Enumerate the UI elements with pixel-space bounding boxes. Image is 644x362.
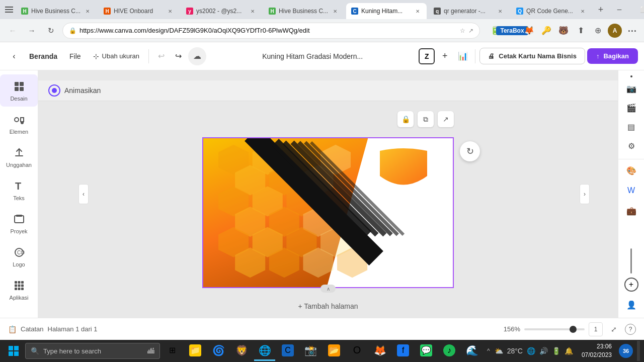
right-panel-dots	[630, 75, 632, 77]
browser-menu-icon[interactable]	[4, 5, 14, 15]
beranda-button[interactable]: Beranda	[24, 49, 62, 63]
ubah-ukuran-button[interactable]: ⊹ Ubah ukuran	[88, 49, 144, 63]
taskbar-app-explorer[interactable]: 📁	[185, 341, 206, 361]
fullscreen-button[interactable]: ⤢	[607, 322, 621, 336]
add-element-button[interactable]: +	[437, 48, 453, 64]
forward-button[interactable]: →	[24, 23, 39, 38]
maximize-button[interactable]: ⬜	[632, 2, 644, 18]
canva-home-arrow[interactable]: ‹	[6, 48, 22, 64]
taskbar-app-whatsapp[interactable]: 💬	[416, 341, 437, 361]
add-page-button[interactable]: + Tambah halaman	[202, 296, 454, 316]
tab-close-4[interactable]: ✕	[331, 7, 339, 15]
scroll-left-button[interactable]: ‹	[78, 184, 89, 204]
right-panel-photo-icon[interactable]: 📷	[622, 79, 640, 98]
system-clock[interactable]: 23:06 07/02/2023	[578, 342, 616, 359]
taskbar-app-canva[interactable]: C	[277, 341, 298, 361]
language-icon[interactable]: 36	[619, 344, 633, 358]
cloud-save-button[interactable]: ☁	[188, 47, 206, 65]
right-panel-settings-icon[interactable]: ⚙	[622, 137, 640, 155]
zoom-thumb[interactable]	[570, 326, 577, 333]
tab-close-5[interactable]: ✕	[414, 7, 422, 15]
refresh-button[interactable]: ↻	[43, 23, 58, 38]
sidebar-item-proyek[interactable]: Proyek	[0, 207, 38, 239]
extension-icon-2[interactable]: 🦊	[522, 24, 536, 38]
tab-close-7[interactable]: ✕	[579, 7, 587, 15]
tera-box-button[interactable]: TeraBox	[505, 24, 519, 38]
taskbar-app-facebook[interactable]: f	[392, 341, 414, 361]
sidebar-item-aplikasi[interactable]: Aplikasi	[0, 274, 38, 306]
extension-icon-3[interactable]: 🔑	[539, 24, 553, 38]
taskbar-app-opera[interactable]: O	[347, 341, 368, 361]
extension-icon-5[interactable]: ⬆	[574, 24, 588, 38]
right-panel-person-icon[interactable]: 👤	[622, 296, 640, 314]
tab-close-2[interactable]: ✕	[166, 7, 174, 15]
right-panel-word-icon[interactable]: W	[622, 182, 640, 200]
catatan-label[interactable]: Catatan	[21, 325, 44, 333]
cetak-button[interactable]: 🖨 Cetak Kartu Nama Bisnis	[479, 48, 585, 64]
export-canvas-button[interactable]: ↗	[438, 111, 454, 127]
taskbar-app-firefox[interactable]: 🦊	[370, 341, 391, 361]
right-panel-layout-icon[interactable]: ▤	[622, 118, 640, 136]
taskbar-app-files[interactable]: 📂	[324, 341, 345, 361]
help-button[interactable]: ?	[625, 324, 636, 335]
start-button[interactable]	[4, 341, 23, 361]
taskbar-app-chrome[interactable]: 🌐	[254, 341, 275, 361]
right-panel-palette-icon[interactable]: 🎨	[622, 161, 640, 179]
browser-tab-1[interactable]: H Hive Business C... ✕	[16, 3, 97, 19]
taskbar-app-brave[interactable]: 🦁	[231, 341, 252, 361]
browser-tab-7[interactable]: Q QR Code Gene... ✕	[511, 3, 592, 19]
duplicate-canvas-button[interactable]: ⧉	[418, 111, 434, 127]
scroll-down-indicator[interactable]: ∧	[320, 285, 336, 293]
minimize-button[interactable]: ─	[608, 2, 631, 18]
zoom-slider[interactable]	[524, 328, 585, 330]
system-tray-expand[interactable]: ^	[485, 347, 492, 354]
url-bar[interactable]: 🔒 https://www.canva.com/design/DAFZ59lG9…	[62, 23, 480, 39]
browser-menu[interactable]: ⋯	[625, 24, 639, 38]
redo-button[interactable]: ↪	[170, 48, 186, 64]
tray-volume-icon[interactable]: 🔊	[538, 347, 549, 355]
browser-tab-2[interactable]: H HIVE Onboard ✕	[99, 3, 179, 19]
extension-icon-4[interactable]: 🐻	[556, 24, 571, 38]
bagikan-button[interactable]: ↑ Bagikan	[587, 48, 638, 64]
z-order-button[interactable]: Z	[419, 48, 435, 64]
taskbar-app-edge[interactable]: 🌀	[208, 341, 229, 361]
chart-button[interactable]: 📊	[455, 48, 471, 64]
share-url-icon[interactable]: ↗	[468, 27, 473, 34]
bookmark-icon[interactable]: ☆	[460, 27, 465, 34]
sidebar-item-elemen[interactable]: Elemen	[0, 108, 38, 140]
sidebar-item-desain[interactable]: Desain	[0, 74, 38, 107]
lock-canvas-button[interactable]: 🔒	[397, 111, 414, 127]
profile-button[interactable]: A	[608, 24, 622, 38]
right-panel-briefcase-icon[interactable]: 💼	[622, 202, 640, 220]
design-canvas[interactable]	[202, 137, 454, 288]
undo-button[interactable]: ↩	[153, 48, 169, 64]
new-tab-button[interactable]: +	[594, 3, 608, 17]
browser-tab-6[interactable]: q qr generator -... ✕	[429, 3, 509, 19]
sidebar-item-teks[interactable]: T Teks	[0, 174, 38, 206]
browser-tab-4[interactable]: H Hive Business C... ✕	[264, 3, 344, 19]
right-panel-video-icon[interactable]: 🎬	[622, 99, 640, 117]
tab-close-3[interactable]: ✕	[249, 7, 257, 15]
taskbar-app-instagram[interactable]: 📸	[300, 341, 321, 361]
extensions-menu[interactable]: ⊕	[591, 24, 605, 38]
taskbar-app-spotify[interactable]: ♪	[439, 341, 460, 361]
sidebar-item-logo[interactable]: CO Logo	[0, 240, 38, 273]
animate-label[interactable]: Animasikan	[64, 86, 101, 95]
right-panel-plus-button[interactable]: +	[624, 278, 638, 292]
taskbar-app-edge2[interactable]: 🌊	[462, 341, 483, 361]
show-desktop-button[interactable]	[637, 341, 640, 361]
browser-tab-5[interactable]: C Kuning Hitam... ✕	[346, 3, 427, 19]
page-nav-button[interactable]: 1	[589, 322, 603, 336]
rotate-canvas-button[interactable]: ↻	[460, 141, 480, 161]
logo-label: Logo	[13, 261, 25, 267]
back-button[interactable]: ←	[5, 23, 20, 38]
file-button[interactable]: File	[64, 49, 86, 63]
tab-close-1[interactable]: ✕	[84, 7, 92, 15]
tray-notifications[interactable]: 🔔	[563, 347, 575, 355]
task-view-button[interactable]: ⊞	[162, 341, 183, 361]
tab-close-6[interactable]: ✕	[496, 7, 504, 15]
scroll-right-button[interactable]: ›	[580, 184, 590, 204]
browser-tab-3[interactable]: y ys2002 - @ys2... ✕	[181, 3, 262, 19]
sidebar-item-unggahan[interactable]: Unggahan	[0, 141, 38, 173]
taskbar-search-bar[interactable]: 🔍 Type here to search 🏙	[25, 343, 160, 359]
